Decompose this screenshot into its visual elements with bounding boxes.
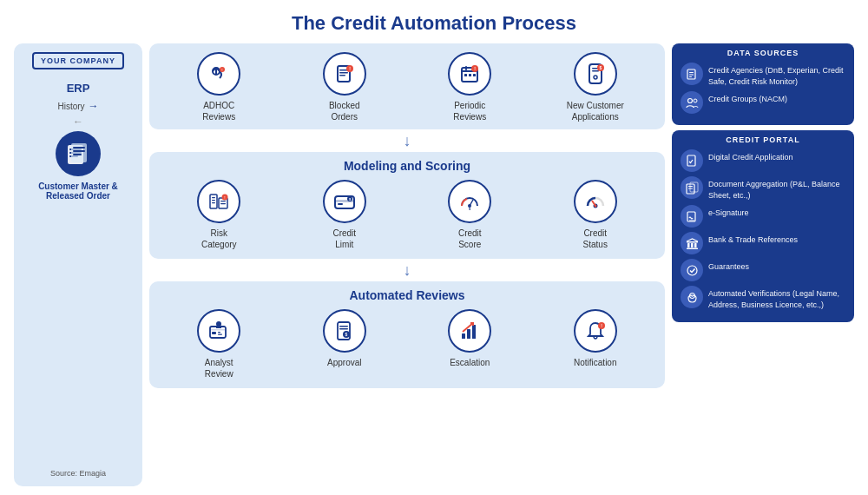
svg-rect-28 xyxy=(592,70,599,72)
credit-agencies-icon xyxy=(681,63,703,85)
arrow-right-icon: → xyxy=(89,100,99,112)
center-panel: ! ADHOCReviews ! xyxy=(149,43,665,486)
guarantees-item: Guarantees xyxy=(681,259,845,281)
svg-rect-23 xyxy=(473,74,476,76)
modeling-scoring-title: Modeling and Scoring xyxy=(156,159,658,173)
bank-trade-icon xyxy=(681,232,703,254)
digital-credit-app-icon xyxy=(681,149,703,172)
svg-rect-56 xyxy=(218,334,222,335)
svg-rect-4 xyxy=(71,143,87,162)
new-customer-applications-label: New CustomerApplications xyxy=(567,100,624,122)
svg-rect-58 xyxy=(216,327,221,328)
svg-rect-70 xyxy=(689,72,694,73)
svg-rect-65 xyxy=(467,329,470,339)
new-customer-applications-item: $ New CustomerApplications xyxy=(556,52,635,122)
credit-portal-box: CREDIT PORTAL Digital Credit Application xyxy=(672,130,854,321)
credit-limit-icon: $ xyxy=(323,180,366,223)
digital-credit-app-item: Digital Credit Application xyxy=(681,149,845,172)
svg-rect-13 xyxy=(339,72,348,74)
notification-label: Notification xyxy=(574,357,616,368)
bank-trade-item: Bank & Trade References xyxy=(681,232,845,254)
svg-rect-55 xyxy=(218,332,220,333)
svg-rect-22 xyxy=(469,74,471,76)
arrow-back-row: ← xyxy=(73,116,83,128)
e-signature-text: e-Signature xyxy=(708,205,749,219)
data-sources-title: DATA SOURCES xyxy=(681,49,845,57)
automated-verifications-icon xyxy=(681,286,703,308)
automated-reviews-title: Automated Reviews xyxy=(156,288,658,302)
bank-trade-text: Bank & Trade References xyxy=(708,232,798,246)
credit-limit-label: CreditLimit xyxy=(332,228,356,250)
credit-status-icon xyxy=(574,180,617,223)
blocked-orders-label: BlockedOrders xyxy=(329,100,360,122)
periodic-reviews-icon: ! xyxy=(448,52,491,96)
arrow-down-2: ↓ xyxy=(149,262,665,278)
automated-verifications-text: Automated Verifications (Legal Name, Add… xyxy=(708,286,845,310)
analyst-review-icon xyxy=(197,309,240,353)
customer-master-label: Customer Master & Released Order xyxy=(21,182,135,201)
svg-point-51 xyxy=(594,205,596,208)
notification-icon: ! xyxy=(574,309,617,353)
credit-status-label: CreditStatus xyxy=(583,228,608,250)
escalation-label: Escalation xyxy=(450,357,490,368)
svg-point-57 xyxy=(216,321,221,327)
approval-item: $ Approval xyxy=(306,309,384,368)
svg-point-74 xyxy=(694,99,697,102)
erp-icon xyxy=(56,131,101,176)
svg-rect-21 xyxy=(464,74,467,76)
credit-agencies-item: Credit Agencies (DnB, Experian, Credit S… xyxy=(681,63,845,87)
svg-rect-19 xyxy=(465,66,467,70)
doc-aggregation-icon xyxy=(681,176,703,199)
svg-rect-33 xyxy=(212,197,215,198)
credit-score-label: CreditScore xyxy=(458,228,482,250)
svg-text:$: $ xyxy=(345,332,347,337)
periodic-reviews-label: PeriodicReviews xyxy=(453,100,486,122)
credit-limit-item: $ CreditLimit xyxy=(306,180,384,250)
automated-reviews-section: Automated Reviews xyxy=(149,281,665,388)
adhoc-reviews-icon: ! xyxy=(197,52,240,96)
new-customer-applications-icon: $ xyxy=(574,52,617,96)
guarantees-icon xyxy=(681,259,703,281)
svg-text:!: ! xyxy=(225,195,226,200)
escalation-item: Escalation xyxy=(431,309,509,368)
svg-rect-43 xyxy=(338,203,343,205)
svg-rect-34 xyxy=(212,200,215,201)
svg-line-47 xyxy=(470,200,473,206)
svg-rect-35 xyxy=(212,202,215,203)
adhoc-reviews-label: ADHOCReviews xyxy=(202,100,235,122)
svg-rect-5 xyxy=(73,147,85,148)
credit-groups-icon xyxy=(681,91,703,114)
svg-rect-84 xyxy=(691,243,694,248)
svg-rect-80 xyxy=(687,212,695,221)
main-row: YOUR COMPANY ERP History → ← xyxy=(14,43,854,486)
svg-rect-71 xyxy=(689,74,694,75)
automated-verifications-item: Automated Verifications (Legal Name, Add… xyxy=(681,286,845,310)
approval-label: Approval xyxy=(327,357,361,368)
doc-aggregation-item: Document Aggregation (P&L, Balance Sheet… xyxy=(681,176,845,201)
credit-score-item: $ CreditScore xyxy=(431,180,509,250)
credit-status-item: CreditStatus xyxy=(556,180,635,250)
svg-rect-66 xyxy=(472,325,476,339)
svg-text:$: $ xyxy=(469,207,471,211)
modeling-icons-row: ! RiskCategory xyxy=(156,180,658,250)
arrow-down-1: ↓ xyxy=(149,133,665,148)
page: The Credit Automation Process YOUR COMPA… xyxy=(0,0,868,495)
svg-rect-6 xyxy=(73,150,85,152)
guarantees-text: Guarantees xyxy=(708,259,749,273)
blocked-orders-icon: ! xyxy=(323,52,366,96)
svg-rect-37 xyxy=(220,201,226,201)
credit-groups-item: Credit Groups (NACM) xyxy=(681,91,845,114)
svg-text:$: $ xyxy=(599,65,602,70)
credit-agencies-text: Credit Agencies (DnB, Experian, Credit S… xyxy=(708,63,845,87)
svg-rect-54 xyxy=(212,332,216,334)
svg-rect-7 xyxy=(73,154,82,155)
arrow-left-icon: ← xyxy=(73,116,83,128)
risk-category-item: ! RiskCategory xyxy=(180,180,258,250)
credit-score-icon: $ xyxy=(448,180,491,223)
page-title: The Credit Automation Process xyxy=(14,12,854,35)
history-label: History xyxy=(57,102,84,111)
automated-icons-row: AnalystReview $ xyxy=(156,309,658,380)
svg-point-73 xyxy=(687,98,692,102)
svg-rect-64 xyxy=(462,333,465,339)
svg-rect-14 xyxy=(339,75,345,76)
